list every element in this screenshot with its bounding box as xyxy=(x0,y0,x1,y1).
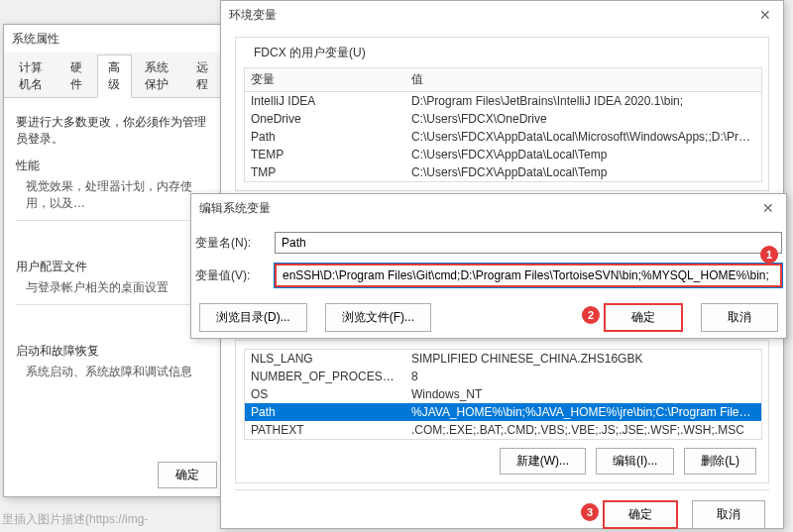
env-titlebar: 环境变量 ✕ xyxy=(221,1,783,29)
system-vars-table[interactable]: NLS_LANGSIMPLIFIED CHINESE_CHINA.ZHS16GB… xyxy=(244,349,762,440)
table-row[interactable]: OneDriveC:\Users\FDCX\OneDrive xyxy=(245,110,761,128)
divider xyxy=(16,220,215,221)
table-row[interactable]: Path%JAVA_HOME%\bin;%JAVA_HOME%\jre\bin;… xyxy=(245,403,761,421)
sysprop-titlebar: 系统属性 xyxy=(4,25,227,53)
table-row[interactable]: PATHEXT.COM;.EXE;.BAT;.CMD;.VBS;.VBE;.JS… xyxy=(245,421,761,439)
sysprop-hint: 要进行大多数更改，你必须作为管理员登录。 xyxy=(16,114,215,148)
editvar-ok-button[interactable]: 确定 xyxy=(604,303,683,332)
varname-input[interactable] xyxy=(275,232,782,254)
user-vars-table[interactable]: 变量 值 IntelliJ IDEAD:\Program Files\JetBr… xyxy=(244,67,762,182)
close-icon[interactable]: ✕ xyxy=(758,200,778,216)
startup-sub: 系统启动、系统故障和调试信息 xyxy=(16,364,215,380)
tab-hardware[interactable]: 硬件 xyxy=(59,54,95,97)
edit-button[interactable]: 编辑(I)... xyxy=(596,448,674,475)
table-row[interactable]: NUMBER_OF_PROCESSORS8 xyxy=(245,368,761,385)
env-ok-button[interactable]: 确定 xyxy=(603,500,678,529)
table-row[interactable]: PathC:\Users\FDCX\AppData\Local\Microsof… xyxy=(245,128,761,146)
editvar-title: 编辑系统变量 xyxy=(199,200,271,217)
sysprop-tabs: 计算机名 硬件 高级 系统保护 远程 xyxy=(4,53,227,98)
profile-title: 用户配置文件 xyxy=(16,259,215,275)
new-button[interactable]: 新建(W)... xyxy=(500,448,586,475)
col-value: 值 xyxy=(405,68,761,92)
tab-protection[interactable]: 系统保护 xyxy=(134,54,183,97)
startup-title: 启动和故障恢复 xyxy=(16,343,215,360)
label-varvalue: 变量值(V): xyxy=(195,267,275,284)
varvalue-input[interactable] xyxy=(275,264,782,287)
edit-sysvar-dialog: 编辑系统变量 ✕ 变量名(N): 变量值(V): 1 浏览目录(D)... 浏览… xyxy=(190,193,787,339)
close-icon[interactable]: ✕ xyxy=(755,7,775,23)
env-cancel-button[interactable]: 取消 xyxy=(692,500,765,529)
perf-sub: 视觉效果，处理器计划，内存使用，以及… xyxy=(16,178,215,212)
sysprop-ok-button[interactable]: 确定 xyxy=(158,462,217,488)
delete-button[interactable]: 删除(L) xyxy=(684,448,756,475)
divider xyxy=(235,489,769,490)
marker-1: 1 xyxy=(760,246,778,264)
tab-remote[interactable]: 远程 xyxy=(185,54,221,97)
table-row[interactable]: IntelliJ IDEAD:\Program Files\JetBrains\… xyxy=(245,92,761,110)
profile-sub: 与登录帐户相关的桌面设置 xyxy=(16,279,215,296)
perf-title: 性能 xyxy=(16,158,215,174)
tab-advanced[interactable]: 高级 xyxy=(97,54,133,98)
table-row[interactable]: TMPC:\Users\FDCX\AppData\Local\Temp xyxy=(245,163,761,181)
footer-text: 里插入图片描述(https://img- xyxy=(2,510,148,528)
col-variable: 变量 xyxy=(245,68,405,92)
marker-3: 3 xyxy=(581,503,599,521)
browse-file-button[interactable]: 浏览文件(F)... xyxy=(325,303,431,332)
tab-computer-name[interactable]: 计算机名 xyxy=(8,54,57,97)
table-row[interactable]: OSWindows_NT xyxy=(245,385,761,403)
table-row[interactable]: NLS_LANGSIMPLIFIED CHINESE_CHINA.ZHS16GB… xyxy=(245,350,761,368)
marker-2: 2 xyxy=(582,306,600,324)
editvar-titlebar: 编辑系统变量 ✕ xyxy=(191,194,786,222)
editvar-cancel-button[interactable]: 取消 xyxy=(701,303,778,332)
sysprop-title: 系统属性 xyxy=(12,31,59,48)
browse-dir-button[interactable]: 浏览目录(D)... xyxy=(199,303,307,332)
label-varname: 变量名(N): xyxy=(195,235,275,252)
table-row[interactable]: TEMPC:\Users\FDCX\AppData\Local\Temp xyxy=(245,146,761,163)
user-vars-label: FDCX 的用户变量(U) xyxy=(250,45,370,61)
divider xyxy=(16,304,215,305)
env-title: 环境变量 xyxy=(229,7,277,24)
